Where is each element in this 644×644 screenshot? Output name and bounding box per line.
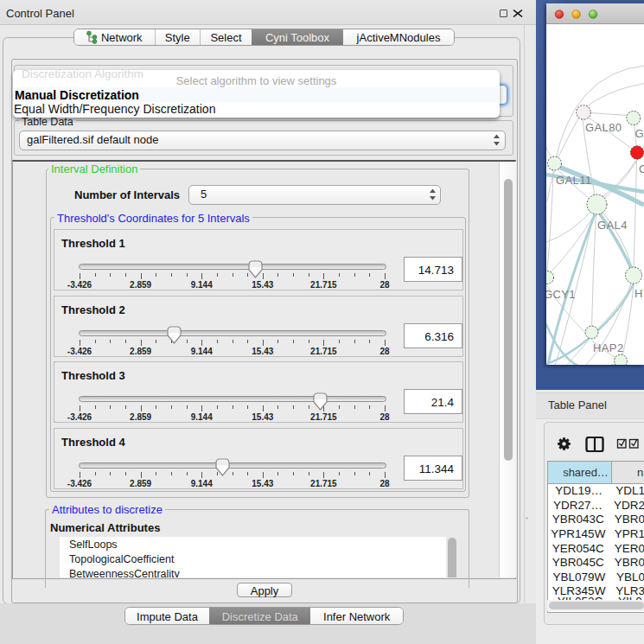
svg-text:GAL80: GAL80 <box>585 121 622 134</box>
svg-text:H: H <box>634 287 643 300</box>
svg-text:G.: G. <box>635 127 644 140</box>
svg-text:GAL4: GAL4 <box>597 219 628 232</box>
svg-text:HAP2: HAP2 <box>593 341 624 354</box>
svg-text:GAL11: GAL11 <box>556 174 592 187</box>
svg-text:C: C <box>639 163 644 175</box>
svg-text:GCY1: GCY1 <box>546 288 576 301</box>
